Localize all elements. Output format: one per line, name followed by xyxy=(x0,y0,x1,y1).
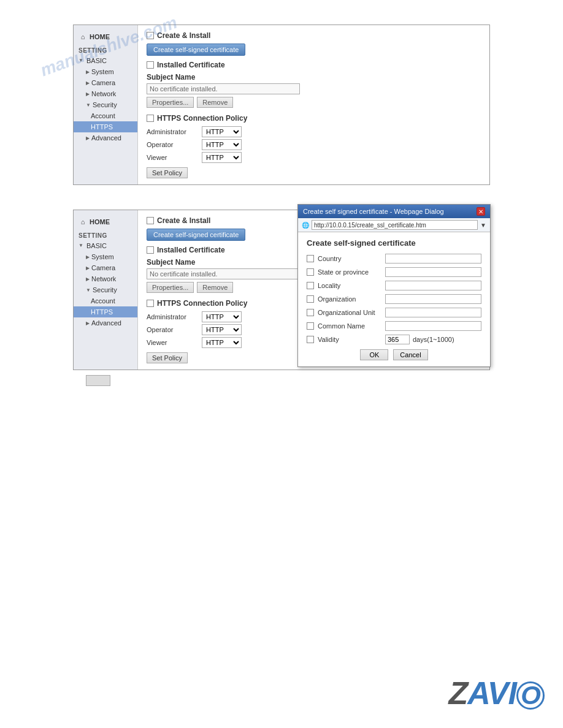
dialog-common-row: Common Name xyxy=(307,321,481,331)
locality-input[interactable] xyxy=(385,281,481,290)
page-wrapper: manualshlve.com ⌂ HOME SETTING ▼ BASIC ▶… xyxy=(0,0,563,728)
create-self-signed-btn-bottom[interactable]: Create self-signed certificate xyxy=(147,229,245,241)
remove-btn-top[interactable]: Remove xyxy=(197,97,233,108)
sidebar-system-top[interactable]: ▶ System xyxy=(74,66,137,77)
dialog-ok-btn[interactable]: OK xyxy=(360,349,388,360)
logo-area: ZAVIO xyxy=(448,677,545,710)
sidebar-group-basic-top: ▼ BASIC ▶ System ▶ Camera ▶ Network ▼ xyxy=(74,55,137,143)
camera-label-top: Camera xyxy=(91,79,115,86)
sidebar-account-bottom[interactable]: Account xyxy=(74,295,137,306)
basic-arrow-bottom: ▼ xyxy=(79,243,85,249)
camera-arrow-bottom: ▶ xyxy=(86,265,90,271)
dialog-org-row: Organization xyxy=(307,294,481,304)
account-label-top: Account xyxy=(91,112,115,119)
operator-select-bottom[interactable]: HTTP HTTPS xyxy=(202,324,242,335)
sidebar-basic-header-top[interactable]: ▼ BASIC xyxy=(74,55,137,66)
set-policy-btn-top[interactable]: Set Policy xyxy=(147,167,188,178)
dialog-address-bar: 🌐 ▼ xyxy=(298,218,490,232)
dialog-validity-row: Validity days(1~1000) xyxy=(307,335,481,344)
operator-label-top: Operator xyxy=(147,141,202,148)
sidebar-bottom: ⌂ HOME SETTING ▼ BASIC ▶ System ▶ Camera xyxy=(74,210,138,370)
sidebar-basic-header-bottom[interactable]: ▼ BASIC xyxy=(74,240,137,251)
sidebar-advanced-bottom[interactable]: ▶ Advanced xyxy=(74,317,137,328)
account-label-bottom: Account xyxy=(91,297,115,305)
remove-btn-bottom[interactable]: Remove xyxy=(197,282,233,293)
sidebar-setting-label-bottom: SETTING xyxy=(74,229,137,240)
admin-select-top[interactable]: HTTP HTTPS xyxy=(202,126,242,137)
operator-label-bottom: Operator xyxy=(147,326,202,333)
validity-input[interactable] xyxy=(385,335,410,344)
small-gray-box xyxy=(86,375,110,386)
viewer-select-bottom[interactable]: HTTP HTTPS xyxy=(202,337,242,348)
sidebar-home-label-top: HOME xyxy=(90,33,110,40)
locality-checkbox[interactable] xyxy=(307,282,314,289)
validity-checkbox[interactable] xyxy=(307,336,314,343)
sidebar-home-bottom[interactable]: ⌂ HOME xyxy=(74,215,137,229)
camera-label-bottom: Camera xyxy=(91,264,115,271)
sidebar-system-bottom[interactable]: ▶ System xyxy=(74,251,137,262)
properties-btn-bottom[interactable]: Properties... xyxy=(147,282,194,293)
cert-input-top[interactable] xyxy=(147,83,300,94)
dialog-address-input[interactable] xyxy=(312,220,478,230)
security-label-bottom: Security xyxy=(93,286,117,294)
org-input[interactable] xyxy=(385,294,481,304)
https-viewer-row-top: Viewer HTTP HTTPS xyxy=(147,152,481,163)
dialog-titlebar: Create self signed certificate - Webpage… xyxy=(298,205,490,218)
orgunit-input[interactable] xyxy=(385,308,481,317)
https-policy-header-top: HTTPS Connection Policy xyxy=(147,114,481,123)
security-arrow-top: ▼ xyxy=(86,102,91,108)
state-input[interactable] xyxy=(385,267,481,277)
dialog-cancel-btn[interactable]: Cancel xyxy=(393,349,427,360)
home-icon-bottom: ⌂ xyxy=(79,218,87,226)
installed-checkbox-top[interactable] xyxy=(147,61,154,69)
cert-input-bottom[interactable] xyxy=(147,268,300,279)
common-checkbox[interactable] xyxy=(307,322,314,330)
home-icon-top: ⌂ xyxy=(79,32,87,41)
network-arrow-top: ▶ xyxy=(86,91,90,97)
https-checkbox-top[interactable] xyxy=(147,115,154,122)
system-label-bottom: System xyxy=(91,253,114,260)
common-label: Common Name xyxy=(318,322,385,330)
dialog-country-row: Country xyxy=(307,254,481,264)
sidebar-security-top[interactable]: ▼ Security xyxy=(74,99,137,110)
https-checkbox-bottom[interactable] xyxy=(147,300,154,307)
country-input[interactable] xyxy=(385,254,481,264)
create-self-signed-btn-top[interactable]: Create self-signed certificate xyxy=(147,44,245,56)
validity-label: Validity xyxy=(318,336,385,343)
common-input[interactable] xyxy=(385,321,481,331)
advanced-label-top: Advanced xyxy=(91,134,121,142)
set-policy-btn-bottom[interactable]: Set Policy xyxy=(147,352,188,363)
admin-select-bottom[interactable]: HTTP HTTPS xyxy=(202,311,242,322)
orgunit-checkbox[interactable] xyxy=(307,309,314,316)
sidebar-camera-bottom[interactable]: ▶ Camera xyxy=(74,262,137,273)
create-checkbox-bottom[interactable] xyxy=(147,217,154,224)
address-go-icon: ▼ xyxy=(480,222,486,229)
https-section-top: HTTPS Connection Policy Administrator HT… xyxy=(147,114,481,178)
properties-btn-top[interactable]: Properties... xyxy=(147,97,194,108)
country-checkbox[interactable] xyxy=(307,255,314,262)
sidebar-account-top[interactable]: Account xyxy=(74,110,137,121)
viewer-label-bottom: Viewer xyxy=(147,339,202,346)
org-checkbox[interactable] xyxy=(307,295,314,303)
sidebar-network-bottom[interactable]: ▶ Network xyxy=(74,273,137,284)
dialog-close-btn[interactable]: ✕ xyxy=(477,207,485,216)
state-checkbox[interactable] xyxy=(307,268,314,276)
https-policy-label-bottom: HTTPS Connection Policy xyxy=(157,299,247,308)
sidebar-https-top[interactable]: HTTPS xyxy=(74,121,137,132)
sidebar-security-bottom[interactable]: ▼ Security xyxy=(74,284,137,295)
installed-cert-label-top: Installed Certificate xyxy=(157,61,225,69)
cert-buttons-top: Properties... Remove xyxy=(147,97,481,108)
create-checkbox-top[interactable] xyxy=(147,32,154,39)
sidebar-home-top[interactable]: ⌂ HOME xyxy=(74,30,137,44)
network-arrow-bottom: ▶ xyxy=(86,276,90,282)
sidebar-camera-top[interactable]: ▶ Camera xyxy=(74,77,137,88)
operator-select-top[interactable]: HTTP HTTPS xyxy=(202,139,242,150)
basic-label-bottom: BASIC xyxy=(86,242,107,249)
dialog-content: Create self-signed certificate Country S… xyxy=(298,232,490,366)
viewer-select-top[interactable]: HTTP HTTPS xyxy=(202,152,242,163)
installed-checkbox-bottom[interactable] xyxy=(147,246,154,254)
create-install-label-top: Create & Install xyxy=(157,31,210,40)
sidebar-https-bottom[interactable]: HTTPS xyxy=(74,306,137,317)
sidebar-network-top[interactable]: ▶ Network xyxy=(74,88,137,99)
sidebar-advanced-top[interactable]: ▶ Advanced xyxy=(74,132,137,143)
